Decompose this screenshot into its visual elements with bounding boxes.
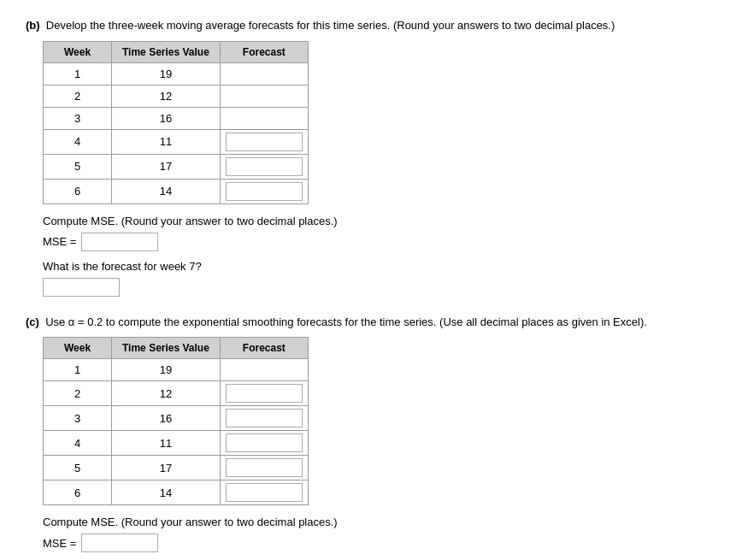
forecast-4-b-cell: [220, 129, 308, 154]
value-5-c: 17: [112, 456, 221, 480]
part-c-table: Week Time Series Value Forecast 1 19 2 1…: [43, 337, 309, 505]
part-b-section: (b) Develop the three-week moving averag…: [26, 17, 710, 297]
table-row: 1 19: [44, 62, 309, 85]
part-b-instruction: (b) Develop the three-week moving averag…: [26, 17, 710, 34]
week-4-c: 4: [44, 431, 112, 456]
week-6-c: 6: [44, 480, 112, 505]
part-b-table: Week Time Series Value Forecast 1 19 2 1…: [43, 41, 309, 204]
part-c-mse-instruction: Compute MSE. (Round your answer to two d…: [43, 516, 710, 528]
week-5-c: 5: [44, 456, 112, 480]
part-c-mse-prefix: MSE =: [43, 537, 76, 550]
table-row: 2 12: [44, 381, 309, 406]
forecast-4-c-cell: [220, 431, 308, 456]
table-row: 6 14: [44, 179, 309, 203]
forecast-4-c-input[interactable]: [226, 433, 303, 452]
col-forecast-header-b: Forecast: [220, 41, 308, 62]
table-row: 5 17: [44, 456, 309, 480]
forecast-6-b-input[interactable]: [226, 182, 303, 201]
part-b-mse-instruction: Compute MSE. (Round your answer to two d…: [43, 215, 710, 227]
part-b-instruction-text: Develop the three-week moving average fo…: [46, 19, 615, 32]
forecast-5-c-cell: [220, 456, 308, 480]
col-week-header-b: Week: [44, 41, 112, 62]
value-3-b: 16: [112, 107, 221, 129]
table-row: 6 14: [44, 480, 309, 505]
forecast-2-b: [220, 85, 308, 107]
value-2-c: 12: [112, 381, 221, 406]
value-1-c: 19: [112, 359, 221, 381]
part-c-mse-row: MSE =: [43, 533, 710, 552]
week-4-b: 4: [44, 129, 112, 154]
value-5-b: 17: [112, 154, 221, 179]
forecast-3-c-input[interactable]: [226, 409, 303, 427]
part-b-week7-input[interactable]: [43, 278, 120, 297]
part-c-section: (c) Use α = 0.2 to compute the exponenti…: [26, 314, 710, 561]
week-6-b: 6: [44, 179, 112, 203]
forecast-6-c-input[interactable]: [226, 483, 303, 502]
part-c-label: (c): [26, 315, 39, 328]
part-b-mse-prefix: MSE =: [43, 235, 76, 248]
table-row: 2 12: [44, 85, 309, 107]
forecast-6-b-cell: [220, 179, 308, 203]
value-2-b: 12: [112, 85, 221, 107]
forecast-6-c-cell: [220, 480, 308, 505]
forecast-2-c-input[interactable]: [226, 384, 303, 403]
col-timeseries-header-c: Time Series Value: [112, 338, 221, 359]
part-b-week7-section: What is the forecast for week 7?: [43, 260, 710, 297]
table-row: 4 11: [44, 129, 309, 154]
value-4-c: 11: [112, 431, 221, 456]
table-row: 3 16: [44, 107, 309, 129]
forecast-5-c-input[interactable]: [226, 458, 303, 477]
week-3-b: 3: [44, 107, 112, 129]
col-week-header-c: Week: [44, 338, 112, 359]
week-2-c: 2: [44, 381, 112, 406]
part-c-mse-section: Compute MSE. (Round your answer to two d…: [43, 516, 710, 560]
col-timeseries-header-b: Time Series Value: [112, 41, 221, 62]
part-b-label: (b): [26, 19, 40, 32]
value-6-c: 14: [112, 480, 221, 505]
table-row: 5 17: [44, 154, 309, 179]
value-6-b: 14: [112, 179, 221, 203]
week-3-c: 3: [44, 406, 112, 431]
part-c-mse-input[interactable]: [81, 533, 158, 552]
forecast-1-b: [220, 62, 308, 85]
forecast-3-b: [220, 107, 308, 129]
part-b-mse-row: MSE =: [43, 233, 710, 251]
part-b-mse-input[interactable]: [81, 233, 158, 251]
forecast-2-c-cell: [220, 381, 308, 406]
value-4-b: 11: [112, 129, 221, 154]
value-1-b: 19: [112, 62, 221, 85]
forecast-5-b-cell: [220, 154, 308, 179]
week-1-c: 1: [44, 359, 112, 381]
part-b-week7-label: What is the forecast for week 7?: [43, 260, 710, 273]
value-3-c: 16: [112, 406, 221, 431]
week-5-b: 5: [44, 154, 112, 179]
forecast-3-c-cell: [220, 406, 308, 431]
week-2-b: 2: [44, 85, 112, 107]
forecast-4-b-input[interactable]: [226, 133, 303, 151]
table-row: 3 16: [44, 406, 309, 431]
forecast-5-b-input[interactable]: [226, 157, 303, 176]
table-row: 4 11: [44, 431, 309, 456]
part-b-mse-section: Compute MSE. (Round your answer to two d…: [43, 215, 710, 251]
part-c-instruction: (c) Use α = 0.2 to compute the exponenti…: [26, 314, 710, 331]
col-forecast-header-c: Forecast: [220, 338, 308, 359]
week-1-b: 1: [44, 62, 112, 85]
table-row: 1 19: [44, 359, 309, 381]
part-c-instruction-text: Use α = 0.2 to compute the exponential s…: [45, 315, 647, 328]
forecast-1-c: [220, 359, 308, 381]
